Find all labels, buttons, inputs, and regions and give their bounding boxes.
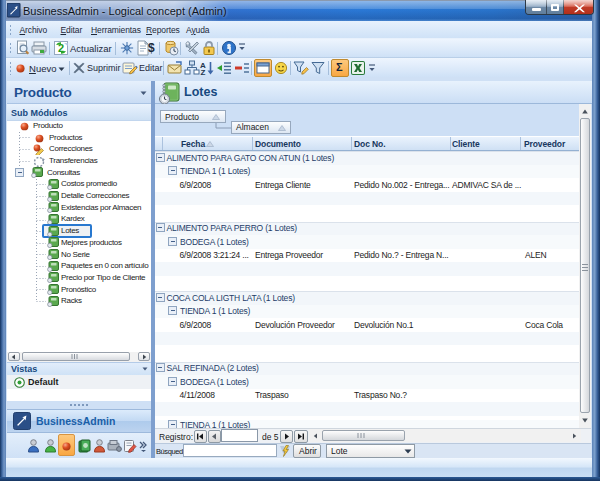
svg-text:Z: Z	[201, 68, 206, 76]
